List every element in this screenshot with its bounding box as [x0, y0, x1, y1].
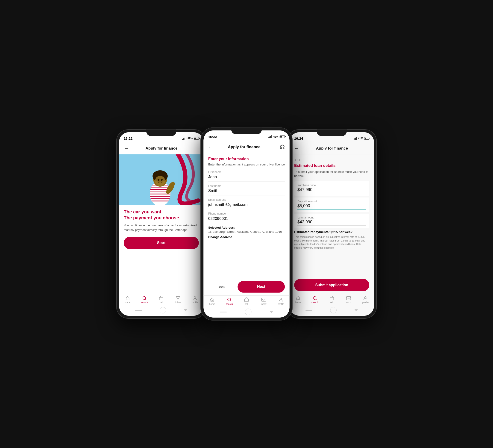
- phone-3-notch: [317, 129, 347, 136]
- nav-search-3[interactable]: search: [306, 296, 323, 304]
- phone-3-nav-title: Apply for finance: [302, 146, 362, 151]
- phone-2-notch: [231, 128, 262, 134]
- nav-sell-label-1: sell: [160, 301, 163, 304]
- phone-2-status-right: 42%: [268, 135, 285, 138]
- phone-1-nav-title: Apply for finance: [131, 146, 192, 151]
- nav-inbox-label-3: inbox: [346, 301, 351, 304]
- nav-inbox-3[interactable]: inbox: [340, 296, 357, 304]
- phone-2-form-actions: Back Next: [203, 278, 289, 296]
- phone-3-bottom-nav: home search sell: [290, 294, 374, 306]
- phone-2-form-content: Enter your information Enter the informa…: [203, 153, 289, 278]
- headphone-icon[interactable]: 🎧: [280, 144, 285, 149]
- inbox-icon: [175, 296, 181, 301]
- nav-profile-label-1: profile: [192, 301, 198, 304]
- nav-sell-3[interactable]: sell: [323, 296, 340, 304]
- phone-2-home-indicator: [203, 307, 289, 318]
- phone-1-signal-pct: 37%: [188, 137, 193, 140]
- home-icon-3: [295, 296, 301, 301]
- nav-search-1[interactable]: search: [136, 296, 153, 304]
- search-icon-2: [226, 297, 233, 302]
- phone-1-status-right: 37%: [182, 137, 199, 140]
- svg-point-23: [280, 298, 282, 299]
- disclaimer: This calculation is based on an indicati…: [294, 235, 369, 250]
- profile-icon-2: [278, 297, 284, 302]
- svg-point-20: [194, 297, 196, 298]
- phone-2-back-button[interactable]: ←: [208, 144, 213, 149]
- phone-3-battery: [364, 137, 369, 140]
- nav-sell-label-3: sell: [330, 301, 334, 304]
- phone-1-back-button[interactable]: ←: [124, 146, 129, 151]
- purchase-price-label: Purchase price: [297, 184, 366, 187]
- phone-1-home-indicator: [119, 306, 203, 316]
- purchase-price-value: $47,990: [297, 187, 366, 193]
- svg-point-18: [143, 297, 146, 299]
- nav-inbox-label-1: inbox: [175, 301, 181, 304]
- phone-1-hero: [119, 154, 203, 205]
- nav-home-label-2: home: [209, 303, 215, 305]
- nav-home-2[interactable]: home: [203, 297, 221, 305]
- phone-field[interactable]: Phone number 022090001: [208, 212, 285, 223]
- search-icon: [141, 296, 147, 301]
- nav-profile-3[interactable]: profile: [357, 296, 374, 304]
- address-label: Selected Address:: [208, 226, 285, 229]
- next-button[interactable]: Next: [237, 281, 285, 293]
- change-address-link[interactable]: Change Address: [208, 235, 285, 239]
- phone-3-back-button[interactable]: ←: [294, 146, 299, 151]
- nav-search-2[interactable]: search: [221, 297, 238, 305]
- phone-1-bottom-nav: home search sell: [119, 294, 203, 306]
- phone-1-welcome-content: The car you want. The payment you choose…: [119, 205, 203, 294]
- last-name-field[interactable]: Last name Smith: [208, 184, 285, 195]
- phone-3-home-btn[interactable]: [330, 307, 336, 313]
- back-action[interactable]: Back: [208, 281, 235, 293]
- phone-label: Phone number: [208, 212, 285, 215]
- phone-1-home-btn[interactable]: [160, 307, 166, 313]
- svg-point-16: [161, 179, 163, 181]
- phone-1-signal: [182, 137, 186, 140]
- phone-2-home-btn[interactable]: [245, 309, 252, 315]
- phone-3-signal-pct: 41%: [358, 137, 363, 140]
- email-label: Email address: [208, 198, 285, 201]
- nav-sell-label-2: sell: [245, 303, 248, 305]
- address-section: Selected Address: 16 Edinburgh Street, A…: [208, 226, 285, 239]
- hero-swirl: [119, 154, 203, 205]
- svg-rect-19: [159, 297, 163, 300]
- step-indicator: 4 / 4: [294, 158, 369, 161]
- nav-home-label-3: home: [295, 301, 301, 304]
- phones-container: 16:22 37% ← Apply for fin: [116, 129, 377, 319]
- phone-2-bottom-nav: home search sell: [203, 295, 289, 307]
- email-field[interactable]: Email address johnsmith@gmail.com: [208, 198, 285, 209]
- nav-profile-2[interactable]: profile: [272, 297, 290, 305]
- profile-icon-3: [362, 296, 368, 301]
- deposit-amount-field[interactable]: Deposit amount $5,000: [294, 197, 369, 212]
- inbox-icon-2: [260, 297, 267, 302]
- nav-home-1[interactable]: home: [119, 296, 136, 304]
- loan-title: Estimated loan details: [294, 163, 369, 168]
- phone-3-time: 16:24: [294, 137, 303, 140]
- purchase-price-field[interactable]: Purchase price $47,990: [294, 181, 369, 196]
- phone-1-subtext: You can finance the purchase of a car fo…: [124, 223, 199, 232]
- form-section-title: Enter your information: [208, 157, 285, 161]
- nav-search-label-3: search: [312, 301, 318, 304]
- nav-inbox-1[interactable]: inbox: [170, 296, 187, 304]
- nav-sell-1[interactable]: sell: [153, 296, 169, 304]
- phone-value: 022090001: [208, 216, 285, 223]
- nav-sell-2[interactable]: sell: [238, 297, 255, 305]
- nav-inbox-label-2: inbox: [261, 303, 266, 305]
- submit-application-button[interactable]: Submit application: [294, 279, 369, 291]
- nav-inbox-2[interactable]: inbox: [255, 297, 272, 305]
- phone-3-signal: [353, 137, 357, 140]
- phone-1-nav-header: ← Apply for finance: [119, 142, 203, 154]
- first-name-value: John: [208, 175, 285, 182]
- loan-description: To submit your application tell us how m…: [294, 170, 369, 178]
- phone-1-battery: [194, 137, 199, 140]
- first-name-field[interactable]: First name John: [208, 171, 285, 182]
- loan-amount-field: Loan amount $42,990: [294, 214, 369, 228]
- start-button[interactable]: Start: [124, 237, 199, 249]
- nav-profile-label-3: profile: [362, 301, 369, 304]
- phone-2-signal-pct: 42%: [273, 135, 278, 138]
- last-name-value: Smith: [208, 188, 285, 195]
- estimated-repayments: Estimated repayments: $215 per week: [294, 230, 369, 234]
- inbox-icon-3: [346, 296, 352, 301]
- phone-2: 16:33 42% ← Apply for fin: [201, 128, 292, 320]
- search-icon-3: [312, 296, 318, 301]
